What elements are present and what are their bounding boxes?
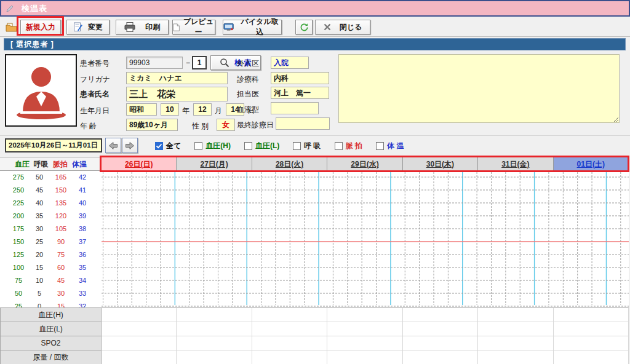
- age-field[interactable]: 89歳10ヶ月: [126, 119, 178, 131]
- patient-no-field[interactable]: 99903: [126, 57, 183, 69]
- birth-month-field[interactable]: 12: [193, 103, 212, 116]
- axis-scale-value-pulse: 120: [50, 210, 71, 222]
- vital-filter-0[interactable]: 全て: [155, 141, 181, 151]
- day-column-header-label: 29日(水): [351, 159, 378, 170]
- axis-scale-value-resp: 15: [31, 261, 48, 274]
- vital-filter-label: 血圧(H): [205, 141, 231, 151]
- axis-scale-value-bp: 125: [8, 248, 29, 261]
- day-column-header-label: 01日(土): [577, 159, 605, 170]
- day-column-header-4[interactable]: 29日(水): [327, 157, 402, 171]
- summary-cell: [327, 322, 402, 336]
- department-field[interactable]: 内科: [271, 72, 329, 84]
- name-field[interactable]: 三上 花栄: [126, 87, 228, 101]
- axis-scale-value-temp: 38: [73, 223, 92, 235]
- patient-branch-field[interactable]: 1: [192, 56, 207, 69]
- day-column-header-1[interactable]: 26日(日): [102, 157, 177, 171]
- close-label: 閉じる: [340, 22, 362, 33]
- axis-scale-value-pulse: 90: [50, 235, 71, 248]
- last-visit-field[interactable]: [276, 117, 330, 130]
- folder-icon: [6, 23, 17, 32]
- birth-era-field[interactable]: 昭和: [126, 103, 157, 116]
- summary-cell: [554, 336, 629, 350]
- period-bar: 2025年10月26日～11月01日 全て血圧(H)血圧(L)呼 吸脈 拍体 温: [0, 136, 630, 156]
- summary-row-2: SPO2: [0, 336, 629, 350]
- inout-label: 外入区: [237, 58, 259, 69]
- search-icon: [220, 58, 229, 68]
- prev-week-button[interactable]: [105, 138, 121, 153]
- checkbox-icon[interactable]: [293, 142, 301, 150]
- vital-import-button[interactable]: バイタル取込: [223, 20, 282, 34]
- summary-cell: [478, 308, 553, 322]
- day-column-header-label: 26日(日): [125, 159, 153, 170]
- day-column-header-7[interactable]: 01日(土): [554, 157, 629, 171]
- axis-scale-value-temp: 37: [73, 235, 92, 248]
- page-icon: [173, 23, 180, 32]
- blood-type-label: 血液型: [237, 105, 259, 115]
- memo-textarea[interactable]: [338, 54, 620, 123]
- chart-grid-area[interactable]: [102, 171, 629, 307]
- checkbox-icon[interactable]: [376, 142, 384, 150]
- close-button[interactable]: 閉じる: [315, 20, 370, 34]
- vital-filter-4[interactable]: 脈 拍: [335, 141, 362, 151]
- checkbox-icon[interactable]: [244, 142, 252, 150]
- birth-label: 生年月日: [80, 106, 110, 116]
- vital-filter-1[interactable]: 血圧(H): [194, 141, 231, 151]
- axis-scale-row: 5053033: [0, 287, 102, 299]
- kana-label: フリガナ: [80, 74, 110, 85]
- vital-filter-3[interactable]: 呼 吸: [293, 141, 321, 151]
- axis-scale-row: 2003512039: [0, 210, 102, 222]
- preview-button[interactable]: プレビュー: [172, 20, 215, 34]
- axis-scale-value-pulse: 60: [50, 261, 71, 274]
- app-window: 検温表 新規入力 変更 印刷: [0, 0, 630, 364]
- inout-field[interactable]: 入院: [271, 57, 309, 69]
- checkbox-icon[interactable]: [335, 142, 343, 150]
- birth-year-field[interactable]: 10: [161, 103, 179, 116]
- day-column-header-6[interactable]: 31日(金): [478, 157, 553, 171]
- day-header-row: 26日(日)27日(月)28日(火)29日(水)30日(木)31日(金)01日(…: [102, 157, 629, 171]
- axis-scale-value-resp: 20: [31, 248, 48, 261]
- patient-no-label: 患者番号: [80, 58, 110, 69]
- summary-cell: [478, 322, 553, 336]
- axis-scale-value-pulse: 150: [50, 184, 71, 196]
- birth-year-suffix: 年: [182, 106, 189, 116]
- new-file-button[interactable]: [4, 20, 18, 34]
- checkbox-checked-icon[interactable]: [155, 142, 163, 150]
- summary-row-cells: [102, 322, 629, 336]
- selected-patient-header: [ 選択患者 ]: [4, 38, 626, 50]
- panel-divider: [0, 135, 630, 136]
- axis-scale-value-pulse: 75: [50, 248, 71, 261]
- axis-header-label-temp: 体温: [72, 159, 87, 170]
- vital-filter-label: 血圧(L): [255, 141, 279, 151]
- change-button[interactable]: 変更: [66, 20, 110, 34]
- vital-filter-2[interactable]: 血圧(L): [244, 141, 279, 151]
- refresh-button[interactable]: [295, 20, 313, 34]
- summary-cell: [403, 322, 478, 336]
- day-column-header-3[interactable]: 28日(火): [252, 157, 327, 171]
- vital-filter-5[interactable]: 体 温: [376, 141, 404, 151]
- gender-field[interactable]: 女: [217, 119, 235, 131]
- kana-field[interactable]: ミカミ ハナエ: [126, 72, 228, 84]
- axis-scale-value-bp: 200: [8, 210, 29, 222]
- axis-scale-row: 75104534: [0, 274, 102, 287]
- toolbar: 新規入力 変更 印刷 プレビュー: [0, 17, 630, 37]
- checkbox-icon[interactable]: [194, 142, 202, 150]
- vital-filter-label: 体 温: [387, 141, 404, 151]
- date-range-field[interactable]: 2025年10月26日～11月01日: [5, 138, 102, 152]
- axis-scale-value-temp: 41: [73, 184, 92, 196]
- summary-cell: [554, 350, 629, 364]
- day-column-header-2[interactable]: 27日(月): [177, 157, 252, 171]
- next-week-button[interactable]: [122, 138, 138, 153]
- axis-header: 血圧呼吸脈拍体温: [0, 157, 102, 171]
- summary-cell: [102, 336, 177, 350]
- day-column-header-5[interactable]: 30日(木): [403, 157, 478, 171]
- filter-group: 全て血圧(H)血圧(L)呼 吸脈 拍体 温: [155, 141, 404, 151]
- vital-filter-label: 脈 拍: [346, 141, 362, 151]
- new-entry-button[interactable]: 新規入力: [20, 20, 61, 34]
- doctor-field[interactable]: 河上 篤一: [271, 87, 329, 99]
- print-label: 印刷: [145, 22, 160, 33]
- print-button[interactable]: 印刷: [116, 20, 169, 34]
- axis-scale-value-bp: 275: [8, 171, 29, 183]
- blood-type-field[interactable]: [271, 102, 319, 114]
- summary-cell: [252, 322, 327, 336]
- doctor-label: 担当医: [237, 89, 259, 100]
